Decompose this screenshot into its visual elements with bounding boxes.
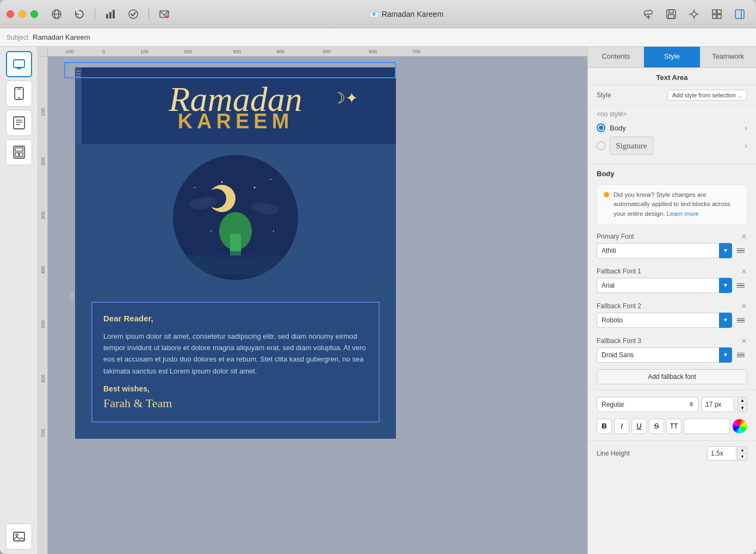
fallback-font-2-close-icon[interactable]: ✕ — [741, 302, 747, 310]
svg-point-61 — [251, 202, 269, 212]
right-panel: Contents Style Teamwork Text Area Style … — [587, 47, 756, 554]
bold-button[interactable]: B — [597, 419, 612, 434]
crescent-moon-icon: ☽✦ — [332, 89, 358, 107]
font-size-down-button[interactable]: ▼ — [738, 404, 747, 412]
line-height-down-button[interactable]: ▼ — [738, 453, 747, 460]
fallback-font-2-menu-icon[interactable] — [734, 313, 747, 328]
font-size-input[interactable]: 17 px — [702, 397, 734, 412]
italic-button[interactable]: I — [614, 419, 629, 434]
fallback-font-2-section: Fallback Font 2 ✕ Roboto ▼ — [588, 300, 756, 334]
tab-teamwork[interactable]: Teamwork — [700, 47, 756, 67]
style-item-body[interactable]: Body › — [597, 121, 747, 134]
style-list: <no style> Body › Signature — [588, 105, 756, 159]
fallback-font-1-header: Fallback Font 1 ✕ — [597, 267, 747, 276]
email-header-section: Ramadan KAREEM ☽✦ — [75, 67, 396, 144]
svg-text:300: 300 — [233, 49, 241, 54]
sidebar-toggle-icon[interactable] — [730, 4, 749, 24]
titlebar: 📧 Ramadan Kareem — [0, 0, 756, 28]
svg-text:-100: -100 — [64, 49, 74, 54]
svg-rect-5 — [113, 10, 115, 18]
cloud-upload-icon[interactable] — [639, 4, 658, 24]
svg-text:0: 0 — [102, 49, 105, 54]
strikethrough-button[interactable]: S — [649, 419, 664, 434]
fallback-font-2-input[interactable]: Roboto — [597, 313, 719, 328]
tab-contents[interactable]: Contents — [588, 47, 644, 67]
style-radio-body — [597, 123, 605, 132]
save-icon[interactable] — [661, 4, 681, 24]
template-view-button[interactable] — [6, 139, 32, 165]
email-body-inner[interactable]: Dear Reader, Lorem ipsum dolor sit amet,… — [91, 302, 380, 423]
svg-rect-25 — [14, 60, 24, 67]
svg-point-65 — [194, 187, 195, 188]
svg-text:200: 200 — [184, 49, 192, 54]
text-style-select[interactable]: Regular — [597, 397, 698, 412]
globe-icon[interactable] — [47, 4, 66, 24]
refresh-icon[interactable] — [70, 4, 89, 24]
send-icon[interactable] — [154, 4, 174, 24]
svg-rect-13 — [668, 15, 674, 18]
fallback-font-1-dropdown-icon[interactable]: ▼ — [719, 278, 732, 293]
mobile-view-button[interactable] — [6, 80, 32, 107]
crosshair-icon[interactable] — [684, 4, 704, 24]
stats-icon[interactable] — [101, 4, 120, 24]
subject-label: Subject — [7, 34, 28, 41]
primary-font-dropdown-icon[interactable]: ▼ — [719, 243, 732, 258]
color-swatch[interactable] — [684, 419, 730, 434]
fallback-font-1-input[interactable]: Arial — [597, 278, 719, 293]
best-wishes: Best wishes, — [103, 384, 368, 393]
desktop-view-button[interactable] — [6, 51, 32, 77]
fallback-font-3-menu-icon[interactable] — [734, 347, 747, 363]
add-style-button[interactable]: Add style from selection ... — [667, 90, 747, 101]
add-fallback-button[interactable]: Add fallback font — [597, 369, 747, 384]
canvas-area[interactable]: -100 0 100 200 300 400 500 600 700 100 — [38, 47, 587, 554]
image-icon[interactable] — [6, 524, 32, 550]
svg-rect-4 — [109, 12, 111, 18]
underline-button[interactable]: U — [631, 419, 647, 434]
close-button[interactable] — [7, 10, 14, 18]
email-container[interactable]: Ramadan KAREEM ☽✦ — [75, 67, 396, 439]
body-section: Body — [588, 164, 756, 184]
style-item-signature[interactable]: Signature › — [597, 134, 747, 157]
fallback-font-3-dropdown-icon[interactable]: ▼ — [719, 347, 732, 363]
primary-font-menu-icon[interactable] — [734, 243, 747, 258]
line-height-input[interactable]: 1,5x — [707, 446, 736, 460]
svg-rect-21 — [712, 15, 716, 18]
tab-style[interactable]: Style — [644, 47, 700, 67]
svg-rect-3 — [106, 14, 108, 18]
maximize-button[interactable] — [30, 10, 38, 18]
fallback-font-1-menu-icon[interactable] — [734, 278, 747, 293]
canvas-scroll-area[interactable]: Ramadan KAREEM ☽✦ — [48, 57, 587, 554]
deco-lines-left — [69, 291, 75, 439]
fallback-font-3-header: Fallback Font 3 ✕ — [597, 337, 747, 345]
fallback-font-2-dropdown-icon[interactable]: ▼ — [719, 313, 732, 328]
line-height-label: Line Height — [597, 450, 630, 457]
minimize-button[interactable] — [18, 10, 26, 18]
color-wheel-icon[interactable] — [732, 419, 747, 434]
toolbar-separator-1 — [95, 8, 95, 21]
font-size-stepper: ▲ ▼ — [738, 397, 747, 412]
svg-point-14 — [692, 12, 696, 16]
tt-button[interactable]: TT — [666, 419, 681, 434]
font-size-up-button[interactable]: ▲ — [738, 397, 747, 404]
line-height-up-button[interactable]: ▲ — [738, 446, 747, 453]
fallback-font-1-close-icon[interactable]: ✕ — [741, 267, 747, 276]
primary-font-close-icon[interactable]: ✕ — [741, 232, 747, 241]
learn-more-link[interactable]: Learn more — [667, 210, 699, 217]
svg-text:100: 100 — [40, 108, 46, 116]
app-window: 📧 Ramadan Kareem Subject Ramadan Kareem — [0, 0, 756, 554]
grid-layout-icon[interactable] — [707, 4, 727, 24]
check-circle-icon[interactable] — [123, 4, 143, 24]
no-style-item: <no style> — [597, 109, 747, 121]
primary-font-select-row: Athiti ▼ — [597, 243, 747, 258]
main-area: -100 0 100 200 300 400 500 600 700 100 — [0, 47, 756, 554]
fallback-font-3-close-icon[interactable]: ✕ — [741, 337, 747, 345]
mosque-illustration — [178, 160, 293, 275]
left-sidebar — [0, 47, 38, 554]
primary-font-input[interactable]: Athiti — [597, 243, 719, 258]
svg-text:600: 600 — [369, 49, 377, 54]
svg-text:700: 700 — [412, 49, 420, 54]
fallback-font-3-input[interactable]: Droid Sans — [597, 347, 719, 363]
email-body-section[interactable]: Dear Reader, Lorem ipsum dolor sit amet,… — [75, 291, 396, 439]
divider-2 — [588, 390, 756, 390]
text-view-button[interactable] — [6, 110, 32, 136]
